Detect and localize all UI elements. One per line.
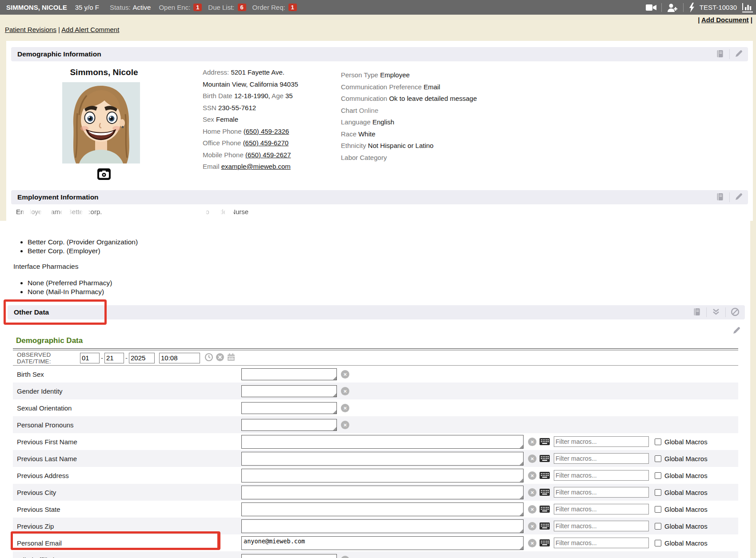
- video-call-icon[interactable]: [646, 4, 656, 12]
- observed-time-input[interactable]: [159, 353, 200, 363]
- resize-grip-icon[interactable]: [520, 478, 523, 482]
- resize-grip-icon[interactable]: [520, 529, 523, 533]
- journal-book-icon[interactable]: [716, 49, 724, 60]
- keyboard-icon[interactable]: [540, 522, 550, 530]
- field-input[interactable]: [242, 452, 523, 465]
- macro-filter-input[interactable]: [554, 521, 649, 531]
- patient-photo: [62, 82, 140, 163]
- observed-day-input[interactable]: [104, 353, 124, 363]
- edit-pencil-icon[interactable]: [735, 193, 743, 202]
- field-row: Previous State × Global Macros: [13, 501, 738, 518]
- resize-grip-icon[interactable]: [333, 410, 336, 414]
- clear-field-icon[interactable]: ×: [528, 471, 536, 480]
- lightning-icon[interactable]: [688, 3, 695, 12]
- clock-icon[interactable]: [204, 353, 213, 363]
- macro-filter-input[interactable]: [554, 504, 649, 514]
- keyboard-icon[interactable]: [540, 539, 550, 546]
- observed-month-input[interactable]: [80, 353, 100, 363]
- resize-grip-icon[interactable]: [333, 427, 336, 430]
- patient-revisions-link[interactable]: Patient Revisions: [5, 26, 56, 33]
- add-document-row: | Add Document |: [698, 16, 752, 24]
- info-line: Ethnicity Not Hispanic or Latino: [341, 140, 477, 152]
- open-enc-badge[interactable]: 1: [193, 4, 202, 11]
- due-list-badge[interactable]: 6: [238, 4, 246, 11]
- clear-field-icon[interactable]: ×: [341, 387, 349, 395]
- field-input[interactable]: [242, 469, 523, 482]
- journal-book-icon[interactable]: [692, 307, 701, 318]
- clear-field-icon[interactable]: ×: [341, 404, 349, 412]
- camera-icon[interactable]: [97, 168, 111, 180]
- macro-filter-input[interactable]: [554, 487, 649, 498]
- keyboard-icon[interactable]: [540, 506, 550, 513]
- info-value: 12-18-1990,: [234, 92, 270, 100]
- resize-grip-icon[interactable]: [520, 512, 523, 516]
- clear-field-icon[interactable]: ×: [528, 488, 536, 497]
- resize-grip-icon[interactable]: [333, 376, 336, 380]
- info-value: Mountain View, California 94035: [203, 80, 298, 88]
- edit-pencil-icon[interactable]: [735, 50, 743, 59]
- resize-grip-icon[interactable]: [520, 546, 523, 550]
- info-value-link[interactable]: (650) 459-2326: [244, 128, 289, 135]
- global-macros-checkbox[interactable]: [655, 472, 661, 479]
- macro-filter-input[interactable]: [554, 453, 649, 464]
- keyboard-icon[interactable]: [540, 472, 550, 479]
- field-input[interactable]: [242, 419, 336, 430]
- edit-pencil-icon[interactable]: [732, 327, 740, 336]
- add-person-icon[interactable]: [667, 3, 678, 12]
- resize-grip-icon[interactable]: [520, 495, 523, 499]
- field-input[interactable]: [242, 537, 523, 550]
- clear-field-icon[interactable]: ×: [528, 454, 536, 463]
- observed-year-input[interactable]: [129, 353, 155, 363]
- macro-filter-input[interactable]: [554, 470, 649, 481]
- field-label: Tribal Affiliation: [13, 556, 241, 558]
- info-line: Mountain View, California 94035: [203, 79, 298, 91]
- macro-filter-input[interactable]: [554, 436, 649, 447]
- global-macros-checkbox[interactable]: [655, 523, 661, 530]
- field-input[interactable]: [242, 386, 336, 397]
- field-input[interactable]: [242, 486, 523, 499]
- info-value-link[interactable]: (650) 459-2627: [245, 151, 291, 159]
- add-alert-comment-link[interactable]: Add Alert Comment: [61, 26, 119, 33]
- info-value-link[interactable]: (650) 459-6270: [243, 139, 289, 147]
- field-input[interactable]: [242, 503, 523, 516]
- clear-field-icon[interactable]: ×: [528, 505, 536, 514]
- global-macros-checkbox[interactable]: [655, 489, 661, 496]
- resize-grip-icon[interactable]: [520, 462, 523, 465]
- field-input[interactable]: [242, 554, 336, 558]
- clear-field-icon[interactable]: ×: [528, 438, 536, 446]
- clear-field-icon[interactable]: ×: [528, 539, 536, 547]
- order-req-badge[interactable]: 1: [288, 4, 297, 11]
- field-row: Sexual Orientation ×: [13, 399, 738, 416]
- resize-grip-icon[interactable]: [520, 445, 523, 448]
- info-value-link[interactable]: example@mieweb.com: [221, 163, 291, 170]
- resize-grip-icon[interactable]: [333, 393, 336, 397]
- flowsheet-chart-icon[interactable]: [742, 3, 753, 12]
- disable-circle-slash-icon[interactable]: [731, 307, 740, 318]
- field-input[interactable]: [242, 520, 523, 533]
- field-input[interactable]: [242, 369, 336, 380]
- global-macros-checkbox[interactable]: [655, 540, 661, 546]
- field-input[interactable]: [242, 403, 336, 414]
- clear-field-icon[interactable]: ×: [341, 556, 349, 558]
- global-macros-checkbox[interactable]: [655, 455, 661, 462]
- macro-filter-input[interactable]: [554, 538, 649, 548]
- calendar-icon[interactable]: [227, 353, 236, 363]
- info-line: Race White: [341, 128, 477, 140]
- field-input[interactable]: [242, 435, 523, 448]
- list-item: None (Mail-In Pharmacy): [28, 287, 112, 296]
- clear-field-icon[interactable]: ×: [341, 370, 349, 379]
- keyboard-icon[interactable]: [540, 438, 550, 445]
- clear-field-icon[interactable]: ×: [341, 421, 349, 429]
- global-macros-checkbox[interactable]: [655, 438, 661, 445]
- clear-datetime-icon[interactable]: [216, 353, 224, 363]
- global-macros-label: Global Macros: [664, 438, 708, 446]
- field-row: Previous Last Name × Global Macros: [13, 450, 738, 467]
- keyboard-icon[interactable]: [540, 455, 550, 462]
- add-document-link[interactable]: Add Document: [701, 16, 749, 24]
- global-macros-checkbox[interactable]: [655, 506, 661, 513]
- clear-field-icon[interactable]: ×: [528, 522, 536, 530]
- keyboard-icon[interactable]: [540, 489, 550, 496]
- field-label: Personal Email: [13, 539, 241, 547]
- journal-book-icon[interactable]: [716, 192, 724, 203]
- collapse-double-chevron-icon[interactable]: [712, 308, 720, 317]
